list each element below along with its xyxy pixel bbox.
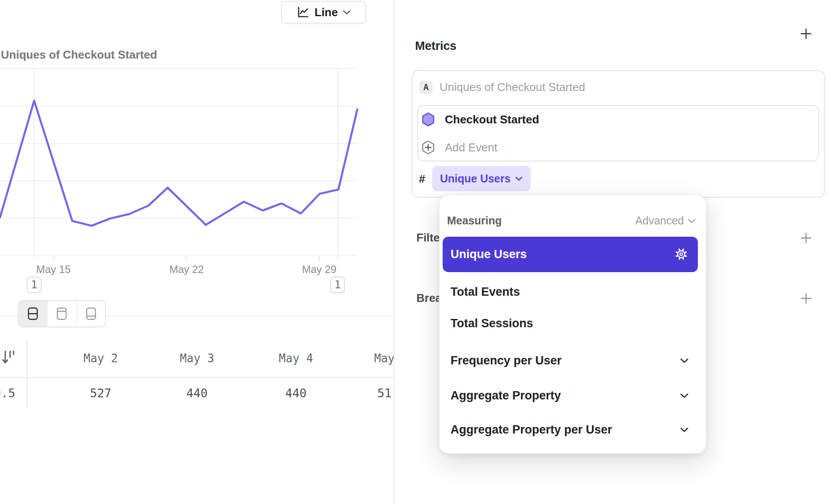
option-label: Total Events [451, 285, 520, 299]
measurement-dropdown-chip[interactable]: Unique Users [432, 166, 531, 191]
table-cell-value: 527 [90, 386, 112, 400]
measuring-option-aggregate-property[interactable]: Aggregate Property [443, 382, 698, 410]
event-hexagon-icon [421, 112, 435, 127]
event-name[interactable]: Checkout Started [445, 113, 539, 126]
chart-only-view-button[interactable] [48, 301, 77, 326]
option-label: Unique Users [451, 248, 527, 261]
add-metric-button[interactable] [800, 28, 812, 40]
table-header-divider [0, 377, 394, 378]
x-tick-label: May 22 [169, 263, 204, 276]
table-column-header[interactable]: May [374, 352, 395, 365]
split-view-icon [27, 307, 39, 321]
x-tick-label: May 15 [36, 263, 71, 276]
x-tick-label: May 29 [302, 263, 337, 276]
add-filter-button[interactable] [800, 232, 812, 244]
table-column-divider [27, 341, 28, 409]
measuring-label: Measuring [447, 214, 502, 227]
table-column-header[interactable]: May 4 [279, 352, 313, 365]
measuring-option-total-events[interactable]: Total Events [443, 278, 698, 306]
split-view-button[interactable] [19, 301, 48, 326]
table-cell-value: 440 [187, 386, 208, 400]
chevron-down-icon [680, 393, 689, 399]
table-cell-value: 440 [285, 386, 307, 400]
sort-descending-icon[interactable] [1, 350, 16, 367]
chevron-down-icon [515, 176, 523, 181]
annotation-badge[interactable]: 1 [330, 276, 345, 293]
table-row-label-value: 0.5 [0, 386, 15, 400]
annotation-badge[interactable]: 1 [27, 276, 42, 293]
add-event-icon[interactable] [421, 140, 435, 155]
measuring-option-unique-users[interactable]: Unique Users [443, 237, 698, 272]
metrics-heading: Metrics [415, 39, 457, 53]
measuring-option-total-sessions[interactable]: Total Sessions [443, 309, 698, 337]
measurement-value: Unique Users [440, 172, 511, 185]
chevron-down-icon [687, 218, 696, 224]
table-column-header[interactable]: May 2 [84, 352, 118, 365]
advanced-label: Advanced [635, 214, 684, 227]
measuring-option-frequency-per-user[interactable]: Frequency per User [443, 346, 698, 374]
series-line [0, 101, 357, 226]
insights-editor: Line Uniques of Checkout Started May 15M… [0, 0, 831, 504]
measuring-option-aggregate-property-per-user[interactable]: Aggregate Property per User [443, 416, 698, 444]
table-cell-value: 51 [377, 386, 392, 400]
add-event-label[interactable]: Add Event [445, 141, 497, 154]
chart-pane: Line Uniques of Checkout Started May 15M… [0, 0, 394, 504]
option-label: Total Sessions [451, 317, 533, 330]
chevron-down-icon [680, 358, 689, 364]
chevron-down-icon [680, 427, 689, 433]
chart-only-view-icon [56, 307, 67, 321]
option-label: Aggregate Property per User [451, 423, 612, 437]
metric-label: Uniques of Checkout Started [440, 80, 585, 94]
view-toggle-group [18, 300, 106, 327]
measure-prefix: # [419, 173, 425, 186]
table-only-view-icon [85, 307, 97, 321]
metric-badge: A [419, 80, 433, 94]
advanced-toggle[interactable]: Advanced [626, 214, 696, 227]
gear-icon[interactable] [673, 246, 689, 262]
add-breakdown-button[interactable] [800, 292, 812, 304]
table-only-view-button[interactable] [77, 301, 105, 326]
option-label: Aggregate Property [451, 389, 561, 402]
option-label: Frequency per User [451, 354, 562, 368]
table-column-header[interactable]: May 3 [180, 352, 214, 365]
